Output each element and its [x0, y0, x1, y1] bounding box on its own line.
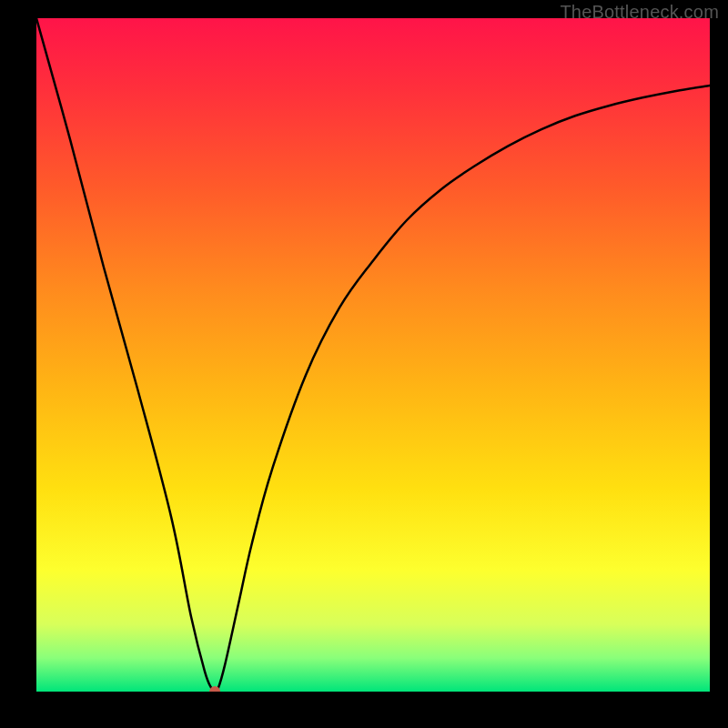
gradient-background — [36, 18, 710, 692]
chart-frame: TheBottleneck.com — [0, 0, 728, 728]
plot-svg — [36, 18, 710, 692]
plot-area — [36, 18, 710, 692]
